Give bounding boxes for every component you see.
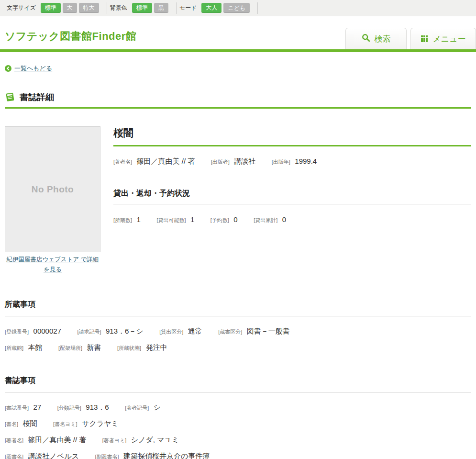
biblio-row: [著者名] 篠田／真由美 // 著 [著者ヨミ] シノダ, マユミ [5,435,471,445]
page-content: 一覧へもどる 書誌詳細 No Photo 紀伊国屋書店ウェブストア で詳細を見る [0,64,476,459]
field-label: [請求記号] [77,329,101,335]
field-label: [所蔵館] [5,345,23,351]
field-label: [著者名] [113,159,132,165]
kinokuniya-store-link[interactable]: 紀伊国屋書店ウェブストア で詳細を見る [5,255,100,274]
font-size-large-button[interactable]: 大 [63,3,77,12]
font-size-xlarge-button[interactable]: 特大 [79,3,99,12]
back-link-row: 一覧へもどる [5,64,471,73]
field-value: シノダ, マユミ [131,436,179,444]
bg-standard-button[interactable]: 標準 [132,3,152,12]
field-value: サクラヤミ [82,419,119,427]
mode-adult-button[interactable]: 大人 [201,3,221,12]
field-pair: [蔵書区分] 図書－一般書 [218,326,290,336]
field-label: [蔵書区分] [218,329,242,335]
field-label: [所蔵状態] [117,345,141,351]
field-pair: [叢書名] 講談社ノベルス [5,451,79,459]
cover-column: No Photo 紀伊国屋書店ウェブストア で詳細を見る [5,126,100,277]
page-title: 書誌詳細 [20,91,54,103]
field-label: [著者ヨミ] [102,437,127,443]
font-size-group: 文字サイズ 標準 大 特大 [4,2,107,14]
field-label: [出版者] [211,159,230,165]
field-label: [著者名] [5,437,23,443]
field-value: シ [154,403,161,411]
lending-status-section: 貸出・返却・予約状況 [所蔵数] 1 [貸出可能数] 1 [予約数] 0 [113,189,471,225]
holding-section-title: 所蔵事項 [5,300,471,316]
holding-section: 所蔵事項 [登録番号] 0000027 [請求記号] 913．6－シ [貸出区分… [5,300,471,353]
mode-group: モード 大人 こども [177,2,258,14]
field-label: [叢書名] [5,454,23,459]
field-value: 発注中 [146,343,167,351]
menu-tab[interactable]: メニュー [410,28,476,49]
search-tab-label: 検索 [375,34,391,45]
header-tabs: 検索 メニュー [342,28,476,49]
background-color-group: 背景色 標準 黒 [107,2,177,14]
field-value: 篠田／真由美 // 著 [28,436,87,444]
field-value: 913．6 [86,403,109,411]
field-pair: [所蔵館] 本館 [5,343,43,353]
field-pair: [所蔵数] 1 [113,215,141,225]
field-pair: [所蔵状態] 発注中 [117,343,167,353]
biblio-section-title: 書誌事項 [5,376,471,392]
book-title: 桜闇 [113,126,471,146]
back-to-list-link[interactable]: 一覧へもどる [14,64,52,73]
mode-child-button[interactable]: こども [223,3,250,12]
biblio-row: [叢書名] 講談社ノベルス [副叢書名] 建築探偵桜井京介の事件簿 [5,451,471,459]
field-pair: [予約数] 0 [210,215,238,225]
field-value: 0000027 [33,327,61,335]
field-pair: [書名ヨミ] サクラヤミ [53,419,119,429]
field-value: 新書 [87,343,101,351]
field-pair: [請求記号] 913．6－シ [77,326,143,336]
field-value: 0 [282,215,286,224]
lending-stats-row: [所蔵数] 1 [貸出可能数] 1 [予約数] 0 [貸出累計] 0 [113,215,471,225]
site-title: ソフテック図書館Finder館 [5,29,136,44]
field-label: [書誌番号] [5,405,29,411]
field-pair: [貸出累計] 0 [254,215,286,225]
field-pair: [貸出可能数] 1 [156,215,194,225]
field-pair: [貸出区分] 通常 [159,326,202,336]
bg-black-button[interactable]: 黒 [154,3,168,12]
holding-row: [所蔵館] 本館 [配架場所] 新書 [所蔵状態] 発注中 [5,343,471,353]
field-label: [貸出区分] [159,329,183,335]
field-label: [書名ヨミ] [53,421,77,427]
field-value: 講談社ノベルス [28,452,79,459]
field-pair: [書誌番号] 27 [5,403,41,413]
field-pair: [出版者] 講談社 [211,157,256,167]
field-value: 1 [190,215,194,224]
field-pair: [登録番号] 0000027 [5,326,61,336]
field-pair: [配架場所] 新書 [58,343,101,353]
field-label: [出版年] [272,159,290,165]
field-value: 本館 [28,343,43,351]
mode-label: モード [179,4,197,12]
field-pair: [著者名] 篠田／真由美 // 著 [5,435,86,445]
no-photo-text: No Photo [32,184,74,195]
font-size-standard-button[interactable]: 標準 [41,3,61,12]
biblio-row: [書誌番号] 27 [分類記号] 913．6 [著者記号] シ [5,403,471,413]
book-cover-placeholder: No Photo [5,126,100,252]
field-label: [分類記号] [57,405,81,411]
field-label: [貸出可能数] [156,217,186,223]
field-value: 篠田／真由美 // 著 [137,157,195,165]
field-value: 図書－一般書 [247,327,290,335]
field-value: 建築探偵桜井京介の事件簿 [123,452,210,459]
detail-column: 桜闇 [著者名] 篠田／真由美 // 著 [出版者] 講談社 [出版年] 199… [113,126,471,277]
biblio-row: [書名] 桜闇 [書名ヨミ] サクラヤミ [5,419,471,429]
book-meta-row: [著者名] 篠田／真由美 // 著 [出版者] 講談社 [出版年] 1999.4 [113,157,471,167]
field-pair: [著者ヨミ] シノダ, マユミ [102,435,179,445]
holding-row: [登録番号] 0000027 [請求記号] 913．6－シ [貸出区分] 通常 … [5,326,471,336]
search-tab[interactable]: 検索 [345,28,407,49]
field-pair: [分類記号] 913．6 [57,403,109,413]
field-pair: [出版年] 1999.4 [272,157,317,167]
field-value: 913．6－シ [106,327,144,335]
field-label: [貸出累計] [254,217,277,223]
biblio-section: 書誌事項 [書誌番号] 27 [分類記号] 913．6 [著者記号] シ [書名… [5,376,471,459]
page-title-section: 書誌詳細 [5,91,471,109]
field-label: [書名] [5,421,18,427]
book-detail-content: No Photo 紀伊国屋書店ウェブストア で詳細を見る 桜闇 [著者名] 篠田… [5,126,471,277]
field-value: 0 [233,215,237,224]
lending-status-title: 貸出・返却・予約状況 [113,189,471,204]
field-value: 27 [33,403,42,411]
accessibility-toolbar: 文字サイズ 標準 大 特大 背景色 標準 黒 モード 大人 こども [0,0,476,16]
field-label: [予約数] [210,217,229,223]
background-color-label: 背景色 [110,4,127,12]
field-value: 通常 [188,327,202,335]
